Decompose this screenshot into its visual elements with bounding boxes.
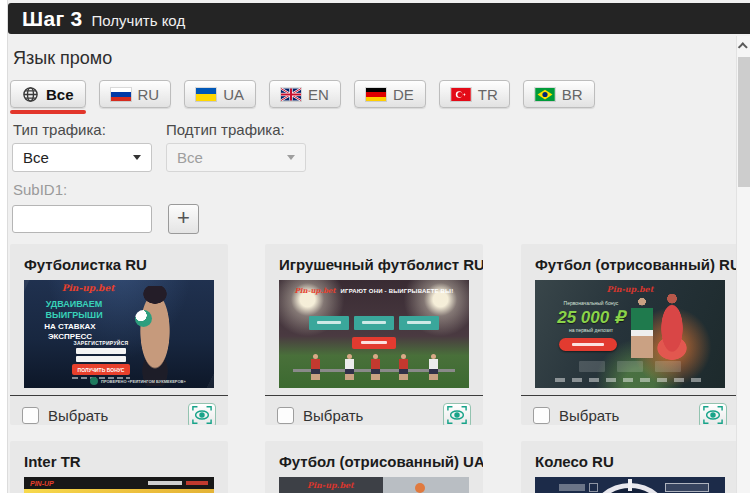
select-checkbox[interactable] — [277, 407, 294, 424]
banner-bonus-button: ПОЛУЧИТЬ БОНУС — [72, 364, 130, 375]
language-heading: Язык промо — [13, 48, 112, 69]
language-button-ru[interactable]: RU — [99, 80, 172, 108]
flag-en-icon — [281, 88, 301, 101]
language-button-all[interactable]: Все — [10, 80, 86, 108]
chevron-down-icon — [287, 155, 295, 160]
promo-card-title: Футбол (отрисованный) UA — [265, 441, 483, 470]
language-label: Все — [46, 86, 74, 103]
banner-headline: ИГРАЮТ ОНИ - ВЫИГРЫВАЕТЕ ВЫ! — [341, 288, 454, 294]
language-label: EN — [308, 86, 329, 103]
pinup-logo: Pin-up.bet — [535, 284, 725, 294]
banner-top-text — [148, 481, 208, 485]
preview-button[interactable] — [188, 403, 216, 426]
traffic-subtype-label: Подтип трафика: — [166, 121, 285, 138]
traffic-subtype-select[interactable]: Все — [166, 143, 306, 172]
banner-register-label: ЗАРЕГИСТРИРУЙСЯ — [70, 340, 132, 346]
banner-step-boxes — [279, 316, 469, 330]
banner-image: PIN-UP — [24, 477, 214, 493]
select-label: Выбрать — [48, 407, 108, 424]
traffic-type-value: Все — [23, 149, 49, 166]
flag-br-icon — [535, 88, 555, 101]
flag-ru-icon — [111, 88, 131, 101]
select-label: Выбрать — [303, 407, 363, 424]
language-label: TR — [478, 86, 498, 103]
promo-card-title: Футболистка RU — [10, 244, 228, 273]
promo-card-inter-tr: Inter TR PIN-UP Выбрать — [10, 441, 228, 493]
banner-girl-figure — [657, 294, 687, 360]
banner-deposit-caption: на первый депозит — [549, 327, 633, 333]
language-button-en[interactable]: EN — [269, 80, 341, 108]
chevron-down-icon — [133, 155, 141, 160]
card-footer: Выбрать — [265, 396, 483, 425]
select-banner-control[interactable]: Выбрать — [22, 407, 108, 424]
foosball-figure — [399, 354, 408, 380]
banner-badge: ПРОВЕРЕНО «РЕЙТИНГОМ БУКМЕКЕРОВ» — [90, 377, 186, 385]
promo-card-title: Игрушечный футболист RU — [265, 244, 483, 273]
language-label: UA — [223, 86, 244, 103]
banner-counter-box — [589, 483, 598, 492]
step-header: Шаг 3 Получить код — [8, 3, 750, 34]
traffic-type-select[interactable]: Все — [12, 143, 152, 172]
preview-button[interactable] — [443, 403, 471, 426]
globe-icon — [22, 86, 39, 103]
preview-button[interactable] — [699, 403, 727, 426]
language-button-ua[interactable]: UA — [184, 80, 256, 108]
card-footer: Выбрать — [521, 396, 739, 425]
banner-input-field — [76, 348, 126, 354]
banner-player-figure — [631, 298, 653, 358]
banner-payment-logos — [555, 378, 705, 382]
banner-step-icons — [535, 361, 725, 372]
foosball-figure — [311, 354, 320, 380]
banner-image: Pin-up.bet Первоначальный бонус 25 000 ₽… — [535, 280, 725, 388]
flag-tr-icon — [451, 88, 471, 101]
banner-image: Pin-up.bet УДВАИВАЕМ ВЫИГРЫШИ НА СТАВКАХ… — [24, 280, 214, 388]
foosball-figure — [371, 354, 380, 380]
scrollbar-thumb[interactable] — [738, 57, 750, 187]
eye-icon — [446, 405, 468, 425]
vertical-scrollbar[interactable] — [736, 36, 750, 493]
banner-top-line: Pin-up.bet ИГРАЮТ ОНИ - ВЫИГРЫВАЕТЕ ВЫ! — [279, 286, 469, 295]
step-number: Шаг 3 — [22, 7, 83, 31]
language-label: RU — [138, 86, 160, 103]
promo-card-title: Колесо RU — [521, 441, 739, 470]
language-button-tr[interactable]: TR — [439, 80, 510, 108]
banner-bonus-button — [352, 337, 396, 349]
scroll-up-icon[interactable] — [737, 39, 750, 53]
subid-input[interactable] — [12, 205, 152, 233]
banner-football — [135, 310, 152, 327]
wheel-pointer — [628, 479, 632, 491]
banner-counter — [559, 484, 585, 491]
language-button-br[interactable]: BR — [523, 80, 595, 108]
language-button-de[interactable]: DE — [354, 80, 426, 108]
promo-card-football-drawn-ru: Футбол (отрисованный) RU Pin-up.bet Перв… — [521, 244, 739, 425]
select-label: Выбрать — [559, 407, 619, 424]
promo-card-toy-footballer-ru: Игрушечный футболист RU Pin-up.bet ИГРАЮ… — [265, 244, 483, 425]
banner-subheadline: НА СТАВКАХ ЭКСПРЕСС — [36, 322, 104, 342]
select-checkbox[interactable] — [533, 407, 550, 424]
banner-image: Pin-up.bet — [279, 477, 469, 493]
promo-card-football-drawn-ua: Футбол (отрисованный) UA Pin-up.bet Выбр… — [265, 441, 483, 493]
pinup-logo: Pin-up.bet — [38, 283, 138, 293]
promo-card-title: Футбол (отрисованный) RU — [521, 244, 739, 273]
promo-card-title: Inter TR — [10, 441, 228, 470]
language-label: DE — [393, 86, 414, 103]
select-banner-control[interactable]: Выбрать — [277, 407, 363, 424]
eye-icon — [191, 405, 213, 425]
select-checkbox[interactable] — [22, 407, 39, 424]
foosball-figure — [429, 354, 438, 380]
eye-icon — [702, 405, 724, 425]
foosball-figure — [345, 354, 354, 380]
banner-input-field — [76, 356, 126, 362]
flag-ua-icon — [196, 88, 216, 101]
banner-bonus-amount: 25 000 ₽ — [541, 307, 641, 328]
promo-card-wheel-ru: Колесо RU Выбрать — [521, 441, 739, 493]
pinup-logo: Pin-up.bet — [307, 480, 354, 490]
add-subid-button[interactable]: + — [168, 204, 199, 234]
promo-code-screen: Шаг 3 Получить код Язык промо Все RU UA — [0, 0, 750, 493]
select-banner-control[interactable]: Выбрать — [533, 407, 619, 424]
flag-de-icon — [366, 88, 386, 101]
banner-button-outline — [665, 483, 709, 492]
banner-image: Pin-up.bet ИГРАЮТ ОНИ - ВЫИГРЫВАЕТЕ ВЫ! — [279, 280, 469, 388]
pinup-logo: Pin-up.bet — [295, 286, 336, 295]
card-footer: Выбрать — [10, 396, 228, 425]
